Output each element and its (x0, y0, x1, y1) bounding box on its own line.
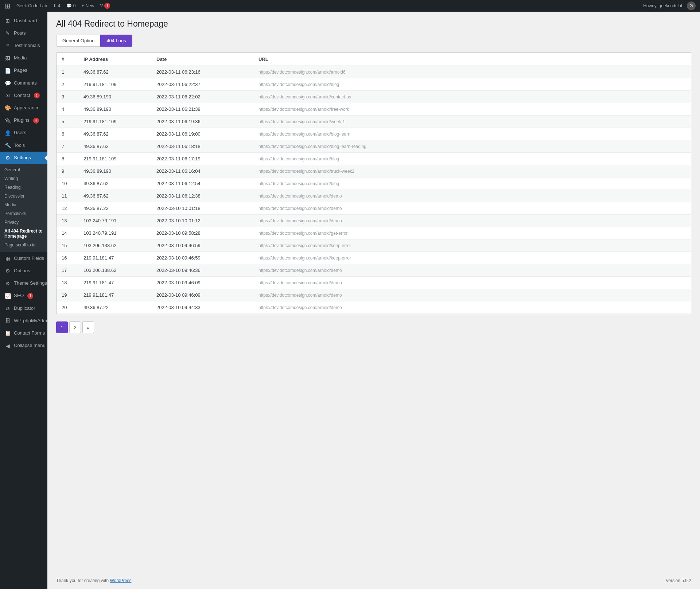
submenu-item-writing[interactable]: Writing (0, 174, 47, 183)
submenu-item-reading[interactable]: Reading (0, 183, 47, 192)
cell-url: https://dev.dotcomdesign.com/arnold/demo (253, 301, 691, 314)
table-row: 1 49.36.87.62 2022-03-11 06:23:16 https:… (57, 66, 691, 78)
url-link[interactable]: https://dev.dotcomdesign.com/arnold/demo (258, 280, 342, 285)
submenu-item-permalinks[interactable]: Permalinks (0, 209, 47, 218)
submenu-item-general[interactable]: General (0, 165, 47, 174)
tab-general-option[interactable]: General Option (56, 35, 101, 47)
table-row: 16 219.91.181.47 2022-03-10 09:46:59 htt… (57, 252, 691, 264)
cell-date: 2022-03-11 06:12:54 (151, 178, 253, 190)
page-btn-next[interactable]: » (82, 321, 94, 333)
sidebar-item-plugins[interactable]: 🔌 Plugins 4 (0, 114, 47, 127)
customfields-icon: ▦ (4, 255, 11, 262)
url-link[interactable]: https://dev.dotcomdesign.com/arnold/truc… (258, 169, 354, 174)
adminbar-updates[interactable]: ⬆ 4 (53, 3, 61, 8)
sidebar-item-posts[interactable]: ✎ Posts (0, 27, 47, 39)
url-link[interactable]: https://dev.dotcomdesign.com/arnold/keep… (258, 256, 351, 261)
sidebar-item-tools[interactable]: 🔧 Tools (0, 139, 47, 152)
sidebar-item-options[interactable]: ⚙ Options (0, 265, 47, 277)
active-arrow (44, 155, 47, 161)
url-link[interactable]: https://dev.dotcomdesign.com/arnold/free… (258, 107, 349, 112)
url-link[interactable]: https://dev.dotcomdesign.com/arnold/demo (258, 293, 342, 298)
sidebar-item-dashboard[interactable]: ⊞ Dashboard (0, 15, 47, 27)
sidebar-item-comments[interactable]: 💬 Comments (0, 77, 47, 89)
adminbar-user[interactable]: Howdy, geekcodelab G (643, 1, 696, 10)
cell-date: 2022-03-10 10:01:18 (151, 202, 253, 215)
col-header-num: # (57, 53, 78, 66)
url-link[interactable]: https://dev.dotcomdesign.com/arnold/week… (258, 119, 345, 124)
url-link[interactable]: https://dev.dotcomdesign.com/arnold/demo (258, 218, 342, 223)
cell-date: 2022-03-10 09:46:59 (151, 252, 253, 264)
submenu-item-pagescroll[interactable]: Page scroll to id (0, 241, 47, 249)
cell-date: 2022-03-10 10:01:12 (151, 215, 253, 227)
cell-url: https://dev.dotcomdesign.com/arnold/get-… (253, 227, 691, 239)
adminbar-comments[interactable]: 💬 0 (66, 3, 76, 8)
table-row: 6 49.36.87.62 2022-03-11 06:19:00 https:… (57, 128, 691, 140)
cell-num: 16 (57, 252, 78, 264)
url-link[interactable]: https://dev.dotcomdesign.com/arnold/demo (258, 268, 342, 273)
url-link[interactable]: https://dev.dotcomdesign.com/arnold/demo (258, 206, 342, 211)
avatar: G (687, 1, 696, 10)
cell-num: 19 (57, 289, 78, 301)
media-icon: 🖼 (4, 55, 11, 62)
cell-url: https://dev.dotcomdesign.com/arnold/free… (253, 103, 691, 116)
sidebar-item-wpmyadmin[interactable]: 🗄 WP-phpMyAdmin (0, 315, 47, 327)
sidebar-item-pages[interactable]: 📄 Pages (0, 65, 47, 77)
url-link[interactable]: https://dev.dotcomdesign.com/arnold/demo (258, 194, 342, 199)
cell-date: 2022-03-11 06:22:02 (151, 91, 253, 103)
page-title: All 404 Redirect to Homepage (56, 19, 691, 29)
cell-num: 6 (57, 128, 78, 140)
duplicator-icon: ⧉ (4, 305, 11, 312)
adminbar-new[interactable]: + New (81, 3, 94, 8)
table-row: 2 219.91.181.109 2022-03-11 06:22:37 htt… (57, 78, 691, 91)
cell-date: 2022-03-11 06:23:16 (151, 66, 253, 78)
cell-num: 8 (57, 153, 78, 165)
footer-wp-link[interactable]: WordPress (110, 578, 131, 583)
url-link[interactable]: https://dev.dotcomdesign.com/arnold/demo (258, 305, 342, 310)
adminbar-plugin-badge[interactable]: V 1 (100, 3, 110, 9)
url-link[interactable]: https://dev.dotcomdesign.com/arnold/blog (258, 181, 339, 186)
settings-submenu: General Writing Reading Discussion Media… (0, 164, 47, 252)
page-btn-1[interactable]: 1 (56, 321, 68, 333)
url-link[interactable]: https://dev.dotcomdesign.com/arnold/cont… (258, 94, 351, 100)
pagination: 1 2 » (56, 321, 691, 333)
cell-num: 18 (57, 277, 78, 289)
url-link[interactable]: https://dev.dotcomdesign.com/arnold/arno… (258, 70, 346, 75)
tab-404-logs[interactable]: 404 Logs (100, 35, 132, 47)
sidebar-item-appearance[interactable]: 🎨 Appearance (0, 102, 47, 114)
cell-url: https://dev.dotcomdesign.com/arnold/blog (253, 178, 691, 190)
sidebar-item-contact[interactable]: ✉ Contact 1 (0, 89, 47, 102)
wp-logo-icon[interactable]: ⊞ (4, 1, 11, 10)
col-header-ip: IP Address (78, 53, 151, 66)
seo-icon: 📈 (4, 293, 11, 299)
table-row: 12 49.36.87.22 2022-03-10 10:01:18 https… (57, 202, 691, 215)
sidebar-item-collapse[interactable]: ◀ Collapse menu (0, 340, 47, 352)
submenu-item-discussion[interactable]: Discussion (0, 192, 47, 200)
submenu-item-privacy[interactable]: Privacy (0, 218, 47, 227)
url-link[interactable]: https://dev.dotcomdesign.com/arnold/blog… (258, 144, 366, 149)
cell-url: https://dev.dotcomdesign.com/arnold/keep… (253, 239, 691, 252)
url-link[interactable]: https://dev.dotcomdesign.com/arnold/blog (258, 156, 339, 161)
sidebar-item-testimonials[interactable]: ❝ Testimonials (0, 39, 47, 52)
users-icon: 👤 (4, 130, 11, 136)
sidebar-item-settings[interactable]: ⚙ Settings (0, 152, 47, 164)
sidebar-item-customfields[interactable]: ▦ Custom Fields (0, 252, 47, 265)
adminbar-site[interactable]: Geek Code Lab (16, 3, 47, 8)
sidebar-item-duplicator[interactable]: ⧉ Duplicator (0, 302, 47, 315)
cell-url: https://dev.dotcomdesign.com/arnold/arno… (253, 66, 691, 78)
sidebar-item-users[interactable]: 👤 Users (0, 127, 47, 139)
submenu-item-all404[interactable]: All 404 Redirect to Homepage (0, 227, 47, 241)
cell-num: 3 (57, 91, 78, 103)
url-link[interactable]: https://dev.dotcomdesign.com/arnold/keep… (258, 243, 351, 248)
url-link[interactable]: https://dev.dotcomdesign.com/arnold/blog… (258, 132, 350, 137)
sidebar-item-themesettings[interactable]: ⚙ Theme Settings (0, 277, 47, 290)
cell-ip: 103.240.79.191 (78, 227, 151, 239)
url-link[interactable]: https://dev.dotcomdesign.com/arnold/blog (258, 82, 339, 87)
url-link[interactable]: https://dev.dotcomdesign.com/arnold/get-… (258, 231, 348, 236)
cell-url: https://dev.dotcomdesign.com/arnold/demo (253, 264, 691, 277)
submenu-item-media[interactable]: Media (0, 200, 47, 209)
sidebar-item-seo[interactable]: 📈 SEO 1 (0, 290, 47, 302)
cell-url: https://dev.dotcomdesign.com/arnold/blog… (253, 128, 691, 140)
sidebar-item-media[interactable]: 🖼 Media (0, 52, 47, 65)
sidebar-item-contactforms[interactable]: 📋 Contact Forms (0, 327, 47, 339)
page-btn-2[interactable]: 2 (69, 321, 81, 333)
